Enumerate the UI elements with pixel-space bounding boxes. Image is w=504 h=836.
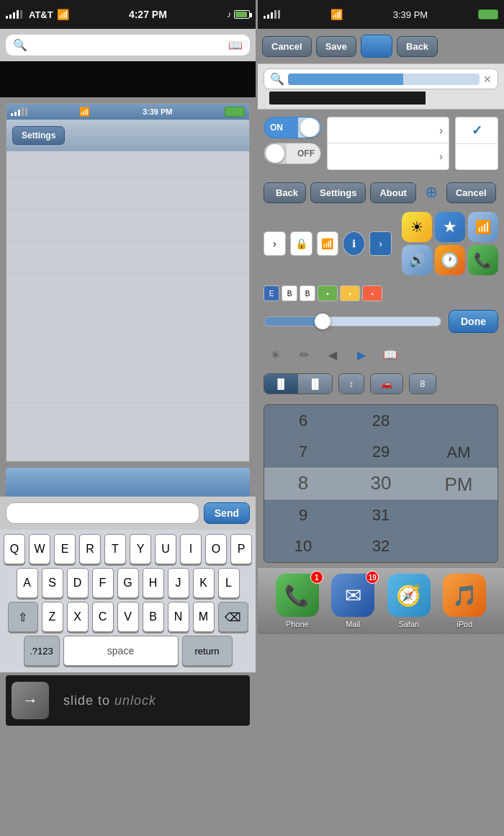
key-x[interactable]: X [67, 602, 89, 632]
save-button[interactable]: Save [316, 36, 356, 57]
info-icon-box[interactable]: ℹ [343, 231, 365, 256]
key-delete[interactable]: ⌫ [218, 602, 248, 632]
key-y[interactable]: Y [130, 534, 151, 564]
seg-item-1[interactable]: ▐▌ [264, 374, 298, 393]
add-button[interactable]: ⊕ [420, 182, 442, 203]
key-a[interactable]: A [17, 568, 38, 598]
seg-updown[interactable]: ↕ [339, 374, 364, 393]
message-input[interactable] [6, 502, 199, 524]
settings-sm-button[interactable]: Settings [310, 182, 366, 203]
key-s[interactable]: S [42, 568, 63, 598]
small-icon-battery3[interactable]: ▪ [362, 285, 382, 301]
key-space[interactable]: space [63, 636, 179, 666]
toggle-on[interactable]: ON [264, 117, 321, 138]
key-num[interactable]: .?123 [24, 636, 60, 666]
key-k[interactable]: K [193, 568, 215, 598]
book-browser-icon[interactable]: 📖 [379, 343, 402, 366]
check-row-1[interactable]: ✓ [456, 117, 498, 144]
picker-hours[interactable]: 6 7 8 9 10 [264, 405, 342, 562]
dock-item-safari[interactable]: 🧭 Safari [387, 574, 431, 628]
edit-icon[interactable]: ✏ [292, 343, 315, 366]
key-w[interactable]: W [29, 534, 50, 564]
lock-icon-box[interactable]: 🔒 [290, 231, 312, 256]
key-e[interactable]: E [54, 534, 76, 564]
slider-track[interactable] [264, 316, 441, 326]
back-button[interactable]: Back [397, 36, 438, 57]
table-row-2[interactable]: › [328, 143, 449, 169]
key-g[interactable]: G [117, 568, 139, 598]
done-button[interactable]: Done [449, 310, 498, 333]
small-icon-e[interactable]: E [264, 285, 279, 301]
small-icon-b2[interactable]: B [300, 285, 315, 301]
seg-8[interactable]: 8 [410, 374, 435, 393]
picker-min-28: 28 [342, 405, 420, 437]
app-icon-phone[interactable]: 📞 [468, 245, 498, 275]
key-n[interactable]: N [168, 602, 189, 632]
picker-hour-7: 7 [264, 437, 342, 468]
key-shift[interactable]: ⇧ [8, 602, 38, 632]
search-inner[interactable]: 🔍 ✕ [264, 68, 498, 89]
key-d[interactable]: D [67, 568, 89, 598]
picker[interactable]: 6 7 8 9 10 28 29 30 31 32 AM PM [264, 404, 498, 563]
phone-badge: 1 [310, 571, 323, 584]
app-icon-wifi[interactable]: 📶 [468, 212, 498, 242]
key-r[interactable]: R [79, 534, 101, 564]
chevron-icon-box[interactable]: › [264, 231, 286, 256]
spinner-icon: ✳ [264, 343, 287, 366]
key-p[interactable]: P [230, 534, 252, 564]
dock-item-phone[interactable]: 📞 1 Phone [276, 574, 319, 628]
book-icon[interactable]: 📖 [228, 38, 243, 52]
search-container: 🔍 📖 [0, 29, 256, 61]
back-browser-icon[interactable]: ◀ [321, 343, 344, 366]
seg-car[interactable]: 🚗 [371, 374, 402, 393]
search-input[interactable] [32, 40, 224, 51]
app-icon-clock[interactable]: 🕐 [435, 245, 465, 275]
forward-browser-icon[interactable]: ▶ [350, 343, 373, 366]
key-t[interactable]: T [104, 534, 126, 564]
seg-item-2[interactable]: ▐▌ [298, 374, 331, 393]
wifi-icon-box[interactable]: 📶 [317, 231, 339, 256]
picker-ampm[interactable]: AM PM [420, 405, 498, 562]
picker-min-31: 31 [342, 499, 420, 531]
cancel-button[interactable]: Cancel [262, 36, 312, 57]
small-icon-b1[interactable]: B [282, 285, 297, 301]
key-b[interactable]: B [143, 602, 164, 632]
key-i[interactable]: I [180, 534, 202, 564]
send-button[interactable]: Send [204, 502, 250, 524]
picker-min-30: 30 [342, 468, 420, 499]
cancel-sm-button[interactable]: Cancel [446, 182, 496, 203]
dock-item-ipod[interactable]: 🎵 iPod [443, 574, 486, 628]
key-f[interactable]: F [92, 568, 114, 598]
app-icon-settings[interactable]: ☀ [402, 212, 432, 242]
dock-item-mail[interactable]: ✉ 19 Mail [331, 574, 374, 628]
search-bar[interactable]: 🔍 📖 [6, 35, 250, 55]
key-l[interactable]: L [218, 568, 240, 598]
app-icon-favorites[interactable]: ★ [435, 212, 465, 242]
key-c[interactable]: C [92, 602, 114, 632]
search-clear[interactable]: ✕ [483, 74, 492, 85]
key-q[interactable]: Q [4, 534, 25, 564]
small-icon-battery2[interactable]: ▪ [340, 285, 360, 301]
about-button[interactable]: About [370, 182, 416, 203]
arrow-icon-box[interactable]: › [369, 231, 392, 256]
key-j[interactable]: J [168, 568, 189, 598]
key-v[interactable]: V [117, 602, 139, 632]
slide-to-unlock[interactable]: → slide to unlock [6, 675, 250, 726]
key-h[interactable]: H [143, 568, 164, 598]
key-u[interactable]: U [155, 534, 176, 564]
settings-nav-btn[interactable]: Settings [12, 126, 65, 145]
table-row-1[interactable]: › [328, 117, 449, 143]
back-sm-button[interactable]: Back [264, 182, 306, 203]
toggle-off[interactable]: OFF [264, 143, 321, 164]
slider-thumb[interactable] [315, 314, 330, 329]
key-z[interactable]: Z [42, 602, 63, 632]
key-m[interactable]: M [193, 602, 215, 632]
key-o[interactable]: O [205, 534, 227, 564]
small-icon-battery1[interactable]: ▪ [318, 285, 338, 301]
key-return[interactable]: return [182, 636, 233, 666]
picker-minutes[interactable]: 28 29 30 31 32 [342, 405, 420, 562]
battery-tip [250, 13, 252, 17]
rbar1 [264, 16, 266, 19]
app-icon-sound[interactable]: 🔊 [402, 245, 432, 275]
blue-button[interactable] [361, 35, 392, 58]
